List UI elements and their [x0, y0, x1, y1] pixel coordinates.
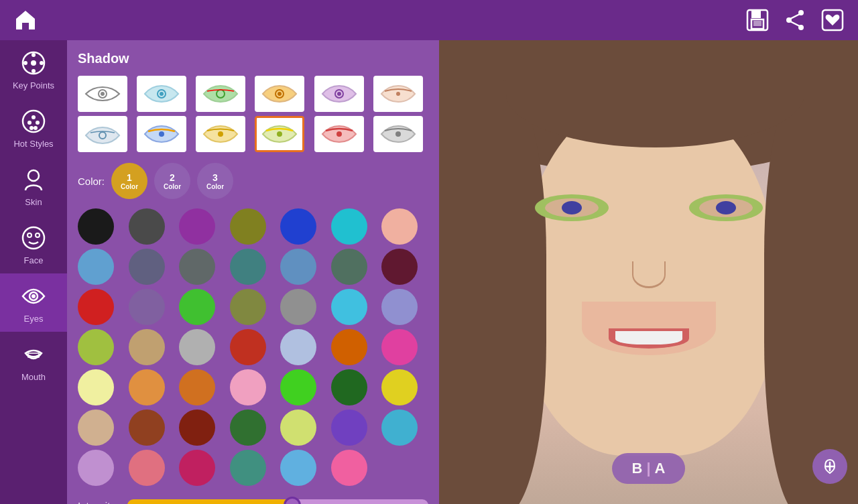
color-mode-3-button[interactable]: 3 Color	[197, 163, 233, 199]
color-dot-5[interactable]	[331, 208, 367, 245]
color-dot-43[interactable]	[129, 450, 165, 486]
color-dot-23[interactable]	[179, 329, 215, 365]
color-dot-40[interactable]	[331, 410, 367, 446]
style-thumb-7[interactable]	[137, 116, 186, 152]
svg-line-9	[790, 21, 800, 26]
svg-point-43	[277, 131, 282, 137]
svg-point-33	[160, 92, 164, 96]
color-dot-21[interactable]	[78, 329, 114, 365]
color-dot-30[interactable]	[179, 369, 215, 405]
color-dot-38[interactable]	[230, 410, 266, 446]
color-dot-2[interactable]	[179, 208, 215, 245]
color-mode-1-button[interactable]: 1 Color	[111, 163, 147, 199]
svg-point-16	[40, 61, 44, 65]
style-thumb-1[interactable]	[137, 76, 186, 112]
center-panel: Shadow	[67, 40, 439, 504]
color-dot-37[interactable]	[179, 410, 215, 446]
color-dot-47[interactable]	[331, 450, 367, 486]
style-thumb-8[interactable]	[196, 116, 245, 152]
color-dot-16[interactable]	[179, 289, 215, 325]
ba-separator: |	[646, 460, 650, 477]
svg-line-8	[790, 14, 800, 19]
style-thumb-10[interactable]	[314, 116, 364, 152]
keypoints-icon	[19, 48, 48, 78]
color-dot-27[interactable]	[381, 329, 418, 365]
image-area: B | A	[439, 40, 858, 504]
color-dot-1[interactable]	[129, 208, 165, 245]
color-dot-41[interactable]	[381, 410, 418, 446]
color-dot-46[interactable]	[280, 450, 316, 486]
color-dot-39[interactable]	[280, 410, 316, 446]
sidebar-item-face-label: Face	[24, 255, 44, 265]
sidebar-item-mouth[interactable]: Mouth	[0, 332, 67, 390]
color-dot-24[interactable]	[230, 329, 266, 365]
color-dot-26[interactable]	[331, 329, 367, 365]
color-dot-14[interactable]	[78, 289, 114, 325]
svg-point-25	[27, 233, 32, 237]
color-dot-6[interactable]	[381, 208, 418, 245]
color-dot-31[interactable]	[230, 369, 266, 405]
sidebar-item-hotstyles[interactable]: Hot Styles	[0, 99, 67, 157]
intensity-row: Intensity:	[78, 499, 428, 504]
home-button[interactable]	[13, 8, 38, 32]
color-dot-0[interactable]	[78, 208, 114, 245]
style-thumb-11[interactable]	[373, 116, 423, 152]
sidebar-item-keypoints-label: Key Points	[13, 80, 54, 90]
color-dot-18[interactable]	[280, 289, 316, 325]
style-thumb-3[interactable]	[255, 76, 304, 112]
style-thumb-2[interactable]	[196, 76, 245, 112]
svg-point-18	[32, 115, 36, 119]
style-thumb-5[interactable]	[373, 76, 423, 112]
color-dot-44[interactable]	[179, 450, 215, 486]
color-dot-11[interactable]	[280, 249, 316, 285]
color-dot-33[interactable]	[331, 369, 367, 405]
skin-icon	[19, 165, 48, 194]
add-button[interactable]	[812, 449, 847, 484]
color-dot-42[interactable]	[78, 450, 114, 486]
style-thumb-9[interactable]	[255, 116, 304, 152]
color-dot-22[interactable]	[129, 329, 165, 365]
favorite-button[interactable]	[820, 8, 845, 32]
svg-point-36	[278, 92, 282, 96]
color-dot-25[interactable]	[280, 329, 316, 365]
svg-point-13	[32, 53, 36, 57]
color-dot-17[interactable]	[230, 289, 266, 325]
style-thumb-4[interactable]	[314, 76, 364, 112]
svg-point-41	[159, 131, 164, 137]
color-dot-10[interactable]	[230, 249, 266, 285]
color-dot-35[interactable]	[78, 410, 114, 446]
color-dot-4[interactable]	[280, 208, 316, 245]
section-title: Shadow	[78, 51, 428, 66]
color-dot-29[interactable]	[129, 369, 165, 405]
style-thumb-0[interactable]	[78, 76, 127, 112]
share-button[interactable]	[783, 8, 807, 32]
color-dot-20[interactable]	[381, 289, 418, 325]
sidebar-item-eyes[interactable]: Eyes	[0, 273, 67, 332]
svg-point-23	[28, 170, 39, 181]
svg-rect-0	[23, 23, 28, 29]
color-dot-32[interactable]	[280, 369, 316, 405]
color-dot-19[interactable]	[331, 289, 367, 325]
ba-button[interactable]: B | A	[612, 453, 686, 484]
svg-point-39	[396, 92, 400, 96]
intensity-slider[interactable]	[127, 499, 428, 504]
color-dot-9[interactable]	[179, 249, 215, 285]
color-dot-15[interactable]	[129, 289, 165, 325]
face-icon	[19, 223, 48, 253]
color-dot-28[interactable]	[78, 369, 114, 405]
color-dot-7[interactable]	[78, 249, 114, 285]
color-dot-12[interactable]	[331, 249, 367, 285]
color-dot-13[interactable]	[381, 249, 418, 285]
color-dot-45[interactable]	[230, 450, 266, 486]
color-dot-3[interactable]	[230, 208, 266, 245]
save-button[interactable]	[745, 8, 770, 32]
color-dot-8[interactable]	[129, 249, 165, 285]
sidebar-item-keypoints[interactable]: Key Points	[0, 40, 67, 99]
color-mode-2-button[interactable]: 2 Color	[154, 163, 190, 199]
sidebar-item-skin[interactable]: Skin	[0, 157, 67, 215]
svg-point-22	[34, 126, 38, 130]
color-dot-34[interactable]	[381, 369, 418, 405]
color-dot-36[interactable]	[129, 410, 165, 446]
sidebar-item-face[interactable]: Face	[0, 215, 67, 273]
style-thumb-6[interactable]	[78, 116, 127, 152]
